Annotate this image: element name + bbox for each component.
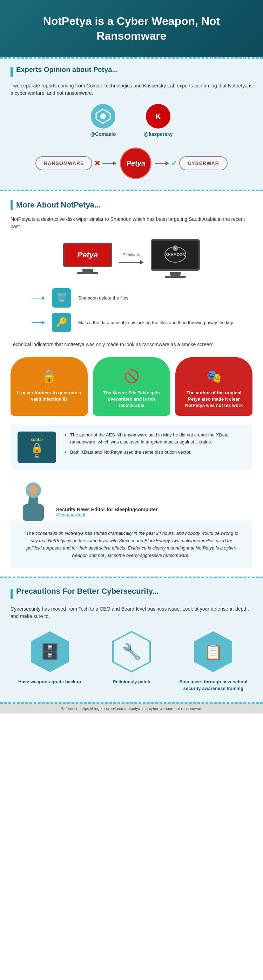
- features-list: 🗑️ Shamoon delete the files 🔑 Makes the …: [32, 288, 252, 332]
- teal-accent-bar: [11, 67, 13, 77]
- svg-text:🗄️: 🗄️: [40, 643, 59, 661]
- indicators-row: 🔒 It never bothers to generate a valid i…: [11, 357, 252, 416]
- experts-section: Experts Opinion about Petya... Two separ…: [0, 57, 263, 191]
- petya-stand: [82, 269, 93, 272]
- feature-delete: 🗑️ Shamoon delete the files: [32, 288, 252, 308]
- precautions-body: Cybersecurity has moved from Tech to a C…: [11, 605, 252, 620]
- hex-training-label: Step users through new-school security a…: [178, 679, 248, 691]
- person-svg: [17, 479, 49, 521]
- precautions-teal-bar: [11, 589, 13, 600]
- kaspersky-handle: @kaspersky: [144, 131, 173, 137]
- right-arrow: [119, 260, 144, 264]
- hex-patch-container: 🔧: [109, 629, 154, 675]
- feature1-arrow: [32, 296, 45, 300]
- person-avatar: [17, 479, 49, 521]
- shamoon-stand: [170, 272, 181, 276]
- hex-backup-label: Have weapons-grade backup: [18, 679, 81, 685]
- svg-point-10: [29, 486, 38, 495]
- hex-training: 📋 Step users through new-school security…: [178, 629, 248, 691]
- petya-circle: Petya: [120, 148, 152, 179]
- shamoon-monitor: SHAMOON ✖: [151, 239, 200, 278]
- similar-label: Similar to: [123, 253, 140, 258]
- svg-text:🔧: 🔧: [122, 643, 141, 661]
- mask-icon: 🎭: [181, 368, 247, 385]
- more-heading: More About NotPetya...: [16, 200, 101, 210]
- person-handle: @campuscodi: [56, 512, 157, 517]
- flow-x-icon: ✕: [94, 159, 100, 167]
- xdata-bullet1: The author of the AES-NI ransomware said…: [70, 431, 246, 445]
- page-title: NotPetya is a Cyber Weapon, Not Ransomwa…: [21, 14, 242, 43]
- trash-icon: 🗑️: [52, 288, 71, 308]
- svg-text:📋: 📋: [204, 643, 223, 661]
- feature1-text: Shamoon delete the files: [78, 295, 128, 301]
- experts-heading: Experts Opinion about Petya...: [16, 66, 118, 74]
- page-header: NotPetya is a Cyber Weapon, Not Ransomwa…: [0, 0, 263, 57]
- shamoon-base: [165, 276, 186, 278]
- flow-diagram: RANSOMWARE ✕ Petya ✓ CYBERWAR: [11, 148, 252, 179]
- petya-screen: Petya: [63, 243, 112, 267]
- hex-patch-label: Religiously patch: [112, 679, 151, 685]
- no-icon: 🚫: [98, 368, 165, 385]
- xdata-image: xdata- 🔒 💻: [17, 431, 56, 463]
- hex-training-svg: 📋: [190, 629, 236, 675]
- logo-comaelo: @Comaelo: [90, 104, 116, 137]
- similar-arrow-group: Similar to: [119, 253, 144, 264]
- more-teal-bar: [11, 200, 13, 210]
- xdata-content: The author of the AES-NI ransomware said…: [63, 431, 246, 459]
- reference-bar: Reference: https://blog.knowbe4.com/notp…: [0, 704, 263, 713]
- similar-text-row: Similar to: [123, 253, 140, 258]
- lock-icon: 🔒: [16, 368, 82, 385]
- more-heading-row: More About NotPetya...: [11, 200, 252, 210]
- svg-text:K: K: [155, 112, 161, 121]
- arrow-from-petya: [155, 161, 169, 165]
- person-section: Security News Editor for Bleepingcompute…: [11, 479, 252, 521]
- feature2-text: Makes the data unusable by locking the f…: [78, 320, 234, 326]
- comaelo-handle: @Comaelo: [90, 131, 116, 137]
- indicator-orange: 🔒 It never bothers to generate a valid i…: [11, 357, 88, 416]
- feature2-arrow: [32, 321, 45, 325]
- hex-training-container: 📋: [190, 629, 236, 675]
- experts-body: Two separate reports coming from Comae T…: [11, 82, 252, 97]
- arrow-to-petya: [102, 161, 116, 165]
- hex-patch: 🔧 Religiously patch: [97, 629, 166, 685]
- logo-kaspersky: K @kaspersky: [144, 104, 173, 137]
- hex-backup: 🗄️ Have weapons-grade backup: [15, 629, 85, 685]
- indicator-red: 🎭 The author of the original Petya also …: [175, 357, 252, 416]
- hex-backup-container: 🗄️: [27, 629, 73, 675]
- hex-patch-svg: 🔧: [109, 629, 154, 675]
- reference-text: Reference: https://blog.knowbe4.com/notp…: [61, 706, 202, 711]
- petya-monitor: Petya: [63, 243, 112, 274]
- logos-row: @Comaelo K @kaspersky: [11, 104, 252, 137]
- hexagons-row: 🗄️ Have weapons-grade backup 🔧 Religious…: [11, 629, 252, 691]
- flow-check-icon: ✓: [171, 159, 177, 167]
- quote-box: "The consensus on NotPetya has shifted d…: [11, 521, 252, 568]
- person-info: Security News Editor for Bleepingcompute…: [56, 507, 157, 521]
- svg-text:✖: ✖: [174, 247, 177, 250]
- comaelo-icon: [91, 104, 116, 129]
- indicator-green: 🚫 The Master File Table gets overwritten…: [93, 357, 170, 416]
- person-title: Security News Editor for Bleepingcompute…: [56, 507, 157, 512]
- more-section: More About NotPetya... NotPetya is a des…: [0, 191, 263, 577]
- xdata-section: xdata- 🔒 💻 The author of the AES-NI rans…: [11, 425, 252, 470]
- xdata-bullet2: Both XData and NotPetya used the same di…: [70, 449, 246, 456]
- shamoon-screen: SHAMOON ✖: [151, 239, 200, 271]
- kaspersky-icon: K: [146, 104, 170, 129]
- hex-backup-svg: 🗄️: [27, 629, 73, 675]
- similar-diagram: Petya Similar to SHAMOON ✖: [11, 239, 252, 278]
- shamoon-svg: SHAMOON ✖: [161, 245, 189, 264]
- technical-text: Technical indicators that NotPetya was o…: [11, 341, 252, 348]
- key-icon: 🔑: [52, 313, 71, 332]
- flow-ransomware: RANSOMWARE: [35, 156, 92, 170]
- svg-text:SHAMOON: SHAMOON: [165, 253, 185, 257]
- precautions-section: Precautions For Better Cybersecurity... …: [0, 577, 263, 703]
- svg-point-1: [100, 113, 106, 119]
- petya-base: [77, 272, 98, 274]
- precautions-heading-row: Precautions For Better Cybersecurity...: [11, 587, 252, 601]
- precautions-heading: Precautions For Better Cybersecurity...: [16, 587, 159, 596]
- more-body: NotPetya is a destructive disk wiper sim…: [11, 216, 252, 230]
- quote-text: "The consensus on NotPetya has shifted d…: [25, 530, 238, 559]
- flow-cyberwar: CYBERWAR: [179, 156, 227, 170]
- feature-lock: 🔑 Makes the data unusable by locking the…: [32, 313, 252, 332]
- svg-rect-9: [23, 504, 44, 521]
